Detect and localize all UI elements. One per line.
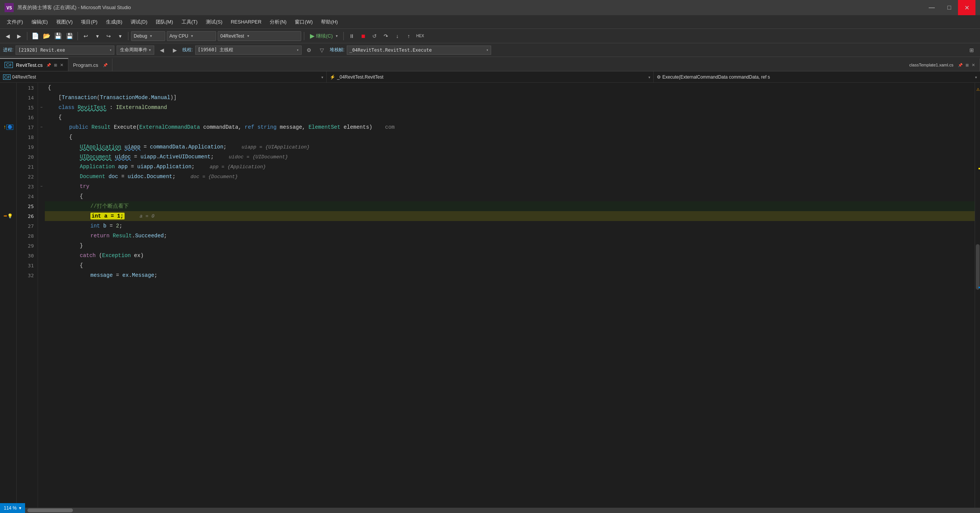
nav-project-dropdown[interactable]: C# 04RevitTest ▾ bbox=[0, 71, 327, 83]
gutter-19 bbox=[0, 142, 16, 152]
collapse-19 bbox=[38, 142, 45, 152]
step-out-button[interactable]: ↑ bbox=[403, 31, 414, 41]
redo-dropdown[interactable]: ▾ bbox=[115, 31, 125, 41]
forward-button[interactable]: ▶ bbox=[14, 31, 24, 41]
code-line-32: message = ex.Message; bbox=[45, 270, 975, 280]
gutter-18 bbox=[0, 132, 16, 142]
menu-build[interactable]: 生成(B) bbox=[102, 17, 126, 27]
vertical-scrollbar[interactable]: ⚠ bbox=[975, 83, 980, 508]
maximize-button[interactable]: □ bbox=[940, 0, 958, 15]
separator-4 bbox=[304, 32, 304, 40]
chevron-down-icon: ▾ bbox=[191, 34, 193, 38]
tab-revittest[interactable]: C# RevitTest.cs 📌 ⊞ ✕ bbox=[0, 58, 68, 71]
tab-revittest-close[interactable]: ✕ bbox=[60, 63, 64, 68]
tab-classtemplate-pin: 📌 bbox=[958, 63, 963, 67]
stop-button[interactable]: ⏹ bbox=[358, 31, 368, 41]
new-button[interactable]: 📄 bbox=[30, 31, 41, 41]
menu-resharper[interactable]: RESHARPER bbox=[227, 17, 265, 26]
code-line-15: class RevitTest : IExternalCommand bbox=[45, 103, 975, 113]
open-button[interactable]: 📂 bbox=[41, 31, 52, 41]
menu-test[interactable]: 测试(S) bbox=[202, 17, 226, 27]
tab-new-icon[interactable]: ⊞ bbox=[54, 63, 57, 67]
save-all-button[interactable]: 💾 bbox=[64, 31, 75, 41]
collapse-29 bbox=[38, 241, 45, 251]
menu-edit[interactable]: 编辑(E) bbox=[28, 17, 52, 27]
close-button[interactable]: ✕ bbox=[958, 0, 975, 15]
horizontal-scrollbar[interactable] bbox=[0, 508, 980, 513]
menu-team[interactable]: 团队(M) bbox=[152, 17, 177, 27]
editor-body: ↑ 🔵 ➡ 💡 13 14 15 bbox=[0, 83, 980, 508]
stack-dropdown[interactable]: _04RevitTest.RevitTest.Execute ▾ bbox=[347, 46, 491, 55]
gutter-26: ➡ 💡 bbox=[0, 211, 16, 221]
menu-window[interactable]: 窗口(W) bbox=[291, 17, 317, 27]
gutter-32 bbox=[0, 270, 16, 280]
menu-analyze[interactable]: 分析(N) bbox=[266, 17, 290, 27]
nav-chevron-3: ▾ bbox=[975, 75, 977, 79]
process-dropdown[interactable]: [21928] Revit.exe ▾ bbox=[16, 46, 115, 55]
nav-bar: C# 04RevitTest ▾ ⚡ _04RevitTest.RevitTes… bbox=[0, 71, 980, 83]
debug-mode-dropdown[interactable]: Debug ▾ bbox=[131, 31, 165, 41]
debug-step-buttons: ⏸ ⏹ ↺ ↷ ↓ ↑ HEX bbox=[347, 31, 425, 41]
save-button[interactable]: 💾 bbox=[53, 31, 64, 41]
code-editor[interactable]: { [Transaction(TransactionMode.Manual)] … bbox=[45, 83, 975, 508]
file-buttons: 📄 📂 💾 💾 bbox=[30, 31, 75, 41]
zoom-chevron[interactable]: ▾ bbox=[19, 505, 21, 511]
code-line-13: { bbox=[45, 83, 975, 93]
h-scroll-thumb[interactable] bbox=[27, 508, 73, 512]
gutter-30 bbox=[0, 251, 16, 260]
filter2-button[interactable]: ▽ bbox=[317, 45, 328, 56]
menu-file[interactable]: 文件(F) bbox=[3, 17, 27, 27]
tab-program[interactable]: Program.cs 📌 bbox=[68, 58, 112, 71]
stack-expand[interactable]: ⊞ bbox=[966, 45, 977, 56]
minimize-button[interactable]: — bbox=[923, 0, 940, 15]
collapse-25 bbox=[38, 201, 45, 211]
menu-debug[interactable]: 调试(D) bbox=[127, 17, 151, 27]
cpu-dropdown[interactable]: Any CPU ▾ bbox=[167, 31, 216, 41]
tab-classtemplate-close[interactable]: ✕ bbox=[972, 63, 975, 68]
lifecycle-prev[interactable]: ◀ bbox=[156, 45, 167, 56]
menu-view[interactable]: 视图(V) bbox=[52, 17, 76, 27]
collapse-15[interactable]: − bbox=[38, 103, 45, 113]
pause-button[interactable]: ⏸ bbox=[347, 31, 357, 41]
menu-tools[interactable]: 工具(T) bbox=[178, 17, 202, 27]
stmt-highlight: int a = 1; bbox=[91, 213, 124, 219]
menu-project[interactable]: 项目(P) bbox=[77, 17, 101, 27]
lifecycle-button[interactable]: 生命周期事件 ▾ bbox=[117, 46, 154, 55]
lightbulb-icon[interactable]: 💡 bbox=[7, 213, 13, 219]
gutter-27 bbox=[0, 221, 16, 231]
lifecycle-next[interactable]: ▶ bbox=[169, 45, 180, 56]
process-label: 进程: bbox=[3, 47, 13, 53]
thread-chevron: ▾ bbox=[297, 48, 299, 52]
tab-classtemplate[interactable]: classTemplate1.xaml.cs 📌 ⊞ ✕ bbox=[905, 58, 980, 71]
separator-5 bbox=[344, 32, 344, 40]
code-line-26: int a = 1; a = 0 bbox=[45, 211, 975, 221]
step-into-button[interactable]: ↓ bbox=[392, 31, 402, 41]
collapse-28 bbox=[38, 231, 45, 241]
menu-help[interactable]: 帮助(H) bbox=[317, 17, 342, 27]
continue-button[interactable]: ▶ 继续(C) ▾ bbox=[307, 32, 341, 40]
separator-2 bbox=[78, 32, 78, 40]
revit-nav-icon: ⚡ bbox=[330, 75, 336, 80]
collapse-17[interactable]: − bbox=[38, 122, 45, 132]
ln-32: 32 bbox=[17, 270, 38, 280]
back-button[interactable]: ◀ bbox=[2, 31, 13, 41]
thread-dropdown[interactable]: [19560] 主线程 ▾ bbox=[195, 46, 302, 55]
project-dropdown[interactable]: 04RevitTest ▾ bbox=[218, 31, 301, 41]
thread-label: 线程: bbox=[182, 47, 192, 53]
collapse-23[interactable]: − bbox=[38, 181, 45, 191]
filter-button[interactable]: ⚙ bbox=[304, 45, 315, 56]
scroll-thumb[interactable] bbox=[976, 244, 980, 290]
step-over-button[interactable]: ↷ bbox=[380, 31, 391, 41]
tab-pin-icon[interactable]: 📌 bbox=[46, 63, 51, 67]
collapse-16 bbox=[38, 113, 45, 122]
tab-program-label: Program.cs bbox=[73, 62, 98, 68]
redo-button[interactable]: ↪ bbox=[103, 31, 114, 41]
undo-dropdown[interactable]: ▾ bbox=[92, 31, 103, 41]
code-line-19: UIApplication uiapp = commandData.Applic… bbox=[45, 142, 975, 152]
hex-button[interactable]: HEX bbox=[415, 31, 425, 41]
nav-class-dropdown[interactable]: ⚡ _04RevitTest.RevitTest ▾ bbox=[327, 71, 653, 83]
restart-button[interactable]: ↺ bbox=[369, 31, 380, 41]
undo-button[interactable]: ↩ bbox=[81, 31, 91, 41]
chevron-down-icon: ▾ bbox=[336, 34, 338, 38]
nav-method-dropdown[interactable]: ⚙ Execute(ExternalCommandData commandDat… bbox=[654, 71, 980, 83]
